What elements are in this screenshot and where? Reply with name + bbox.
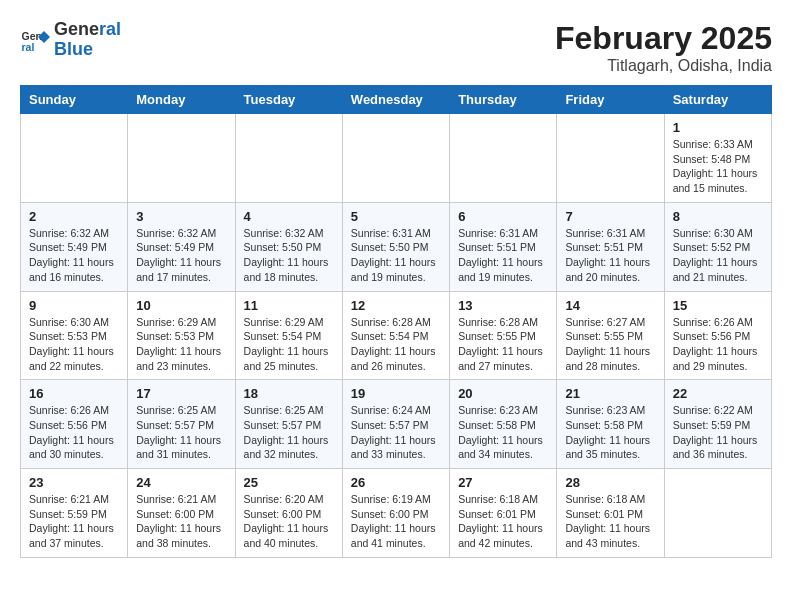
day-info: Sunrise: 6:32 AM Sunset: 5:50 PM Dayligh… — [244, 226, 334, 285]
calendar-table: SundayMondayTuesdayWednesdayThursdayFrid… — [20, 85, 772, 558]
day-info: Sunrise: 6:31 AM Sunset: 5:50 PM Dayligh… — [351, 226, 441, 285]
calendar-cell: 1Sunrise: 6:33 AM Sunset: 5:48 PM Daylig… — [664, 114, 771, 203]
calendar-cell: 12Sunrise: 6:28 AM Sunset: 5:54 PM Dayli… — [342, 291, 449, 380]
day-info: Sunrise: 6:27 AM Sunset: 5:55 PM Dayligh… — [565, 315, 655, 374]
calendar-cell: 14Sunrise: 6:27 AM Sunset: 5:55 PM Dayli… — [557, 291, 664, 380]
day-number: 10 — [136, 298, 226, 313]
day-number: 1 — [673, 120, 763, 135]
day-info: Sunrise: 6:32 AM Sunset: 5:49 PM Dayligh… — [29, 226, 119, 285]
day-number: 13 — [458, 298, 548, 313]
day-number: 20 — [458, 386, 548, 401]
logo: Gene ral General Blue — [20, 20, 121, 60]
day-number: 4 — [244, 209, 334, 224]
day-number: 23 — [29, 475, 119, 490]
day-number: 27 — [458, 475, 548, 490]
calendar-cell: 26Sunrise: 6:19 AM Sunset: 6:00 PM Dayli… — [342, 469, 449, 558]
calendar-week-row: 9Sunrise: 6:30 AM Sunset: 5:53 PM Daylig… — [21, 291, 772, 380]
day-info: Sunrise: 6:19 AM Sunset: 6:00 PM Dayligh… — [351, 492, 441, 551]
calendar-header-sunday: Sunday — [21, 86, 128, 114]
day-number: 16 — [29, 386, 119, 401]
calendar-header-tuesday: Tuesday — [235, 86, 342, 114]
day-number: 26 — [351, 475, 441, 490]
calendar-week-row: 16Sunrise: 6:26 AM Sunset: 5:56 PM Dayli… — [21, 380, 772, 469]
calendar-week-row: 2Sunrise: 6:32 AM Sunset: 5:49 PM Daylig… — [21, 202, 772, 291]
page-header: Gene ral General Blue February 2025 Titl… — [20, 20, 772, 75]
calendar-cell: 9Sunrise: 6:30 AM Sunset: 5:53 PM Daylig… — [21, 291, 128, 380]
logo-text: General Blue — [54, 20, 121, 60]
day-number: 12 — [351, 298, 441, 313]
day-number: 21 — [565, 386, 655, 401]
day-info: Sunrise: 6:18 AM Sunset: 6:01 PM Dayligh… — [458, 492, 548, 551]
day-info: Sunrise: 6:18 AM Sunset: 6:01 PM Dayligh… — [565, 492, 655, 551]
logo-blue-text: ral — [99, 19, 121, 39]
day-number: 25 — [244, 475, 334, 490]
location-subtitle: Titlagarh, Odisha, India — [555, 57, 772, 75]
day-info: Sunrise: 6:20 AM Sunset: 6:00 PM Dayligh… — [244, 492, 334, 551]
day-number: 6 — [458, 209, 548, 224]
day-info: Sunrise: 6:23 AM Sunset: 5:58 PM Dayligh… — [458, 403, 548, 462]
logo-icon: Gene ral — [20, 25, 50, 55]
calendar-cell: 19Sunrise: 6:24 AM Sunset: 5:57 PM Dayli… — [342, 380, 449, 469]
calendar-header-monday: Monday — [128, 86, 235, 114]
day-info: Sunrise: 6:26 AM Sunset: 5:56 PM Dayligh… — [673, 315, 763, 374]
day-info: Sunrise: 6:23 AM Sunset: 5:58 PM Dayligh… — [565, 403, 655, 462]
calendar-cell: 10Sunrise: 6:29 AM Sunset: 5:53 PM Dayli… — [128, 291, 235, 380]
calendar-week-row: 23Sunrise: 6:21 AM Sunset: 5:59 PM Dayli… — [21, 469, 772, 558]
calendar-cell: 8Sunrise: 6:30 AM Sunset: 5:52 PM Daylig… — [664, 202, 771, 291]
day-number: 18 — [244, 386, 334, 401]
day-number: 2 — [29, 209, 119, 224]
calendar-cell — [450, 114, 557, 203]
calendar-cell — [664, 469, 771, 558]
day-number: 14 — [565, 298, 655, 313]
calendar-cell: 15Sunrise: 6:26 AM Sunset: 5:56 PM Dayli… — [664, 291, 771, 380]
calendar-cell: 20Sunrise: 6:23 AM Sunset: 5:58 PM Dayli… — [450, 380, 557, 469]
calendar-cell: 2Sunrise: 6:32 AM Sunset: 5:49 PM Daylig… — [21, 202, 128, 291]
day-info: Sunrise: 6:22 AM Sunset: 5:59 PM Dayligh… — [673, 403, 763, 462]
day-info: Sunrise: 6:25 AM Sunset: 5:57 PM Dayligh… — [244, 403, 334, 462]
calendar-cell: 28Sunrise: 6:18 AM Sunset: 6:01 PM Dayli… — [557, 469, 664, 558]
day-info: Sunrise: 6:29 AM Sunset: 5:53 PM Dayligh… — [136, 315, 226, 374]
day-info: Sunrise: 6:30 AM Sunset: 5:53 PM Dayligh… — [29, 315, 119, 374]
day-info: Sunrise: 6:21 AM Sunset: 5:59 PM Dayligh… — [29, 492, 119, 551]
calendar-cell: 21Sunrise: 6:23 AM Sunset: 5:58 PM Dayli… — [557, 380, 664, 469]
calendar-cell — [235, 114, 342, 203]
day-info: Sunrise: 6:25 AM Sunset: 5:57 PM Dayligh… — [136, 403, 226, 462]
day-number: 22 — [673, 386, 763, 401]
calendar-cell: 23Sunrise: 6:21 AM Sunset: 5:59 PM Dayli… — [21, 469, 128, 558]
calendar-cell: 4Sunrise: 6:32 AM Sunset: 5:50 PM Daylig… — [235, 202, 342, 291]
calendar-cell: 16Sunrise: 6:26 AM Sunset: 5:56 PM Dayli… — [21, 380, 128, 469]
calendar-cell: 11Sunrise: 6:29 AM Sunset: 5:54 PM Dayli… — [235, 291, 342, 380]
day-number: 11 — [244, 298, 334, 313]
day-info: Sunrise: 6:28 AM Sunset: 5:55 PM Dayligh… — [458, 315, 548, 374]
calendar-cell: 7Sunrise: 6:31 AM Sunset: 5:51 PM Daylig… — [557, 202, 664, 291]
month-title: February 2025 — [555, 20, 772, 57]
day-number: 5 — [351, 209, 441, 224]
calendar-header-thursday: Thursday — [450, 86, 557, 114]
day-info: Sunrise: 6:32 AM Sunset: 5:49 PM Dayligh… — [136, 226, 226, 285]
title-block: February 2025 Titlagarh, Odisha, India — [555, 20, 772, 75]
calendar-cell — [21, 114, 128, 203]
calendar-cell: 5Sunrise: 6:31 AM Sunset: 5:50 PM Daylig… — [342, 202, 449, 291]
day-info: Sunrise: 6:31 AM Sunset: 5:51 PM Dayligh… — [565, 226, 655, 285]
calendar-cell: 17Sunrise: 6:25 AM Sunset: 5:57 PM Dayli… — [128, 380, 235, 469]
day-info: Sunrise: 6:26 AM Sunset: 5:56 PM Dayligh… — [29, 403, 119, 462]
calendar-week-row: 1Sunrise: 6:33 AM Sunset: 5:48 PM Daylig… — [21, 114, 772, 203]
calendar-header-friday: Friday — [557, 86, 664, 114]
day-number: 15 — [673, 298, 763, 313]
calendar-cell: 22Sunrise: 6:22 AM Sunset: 5:59 PM Dayli… — [664, 380, 771, 469]
calendar-cell: 25Sunrise: 6:20 AM Sunset: 6:00 PM Dayli… — [235, 469, 342, 558]
day-info: Sunrise: 6:31 AM Sunset: 5:51 PM Dayligh… — [458, 226, 548, 285]
calendar-header-saturday: Saturday — [664, 86, 771, 114]
day-number: 17 — [136, 386, 226, 401]
calendar-header-row: SundayMondayTuesdayWednesdayThursdayFrid… — [21, 86, 772, 114]
calendar-cell: 27Sunrise: 6:18 AM Sunset: 6:01 PM Dayli… — [450, 469, 557, 558]
day-info: Sunrise: 6:24 AM Sunset: 5:57 PM Dayligh… — [351, 403, 441, 462]
day-info: Sunrise: 6:21 AM Sunset: 6:00 PM Dayligh… — [136, 492, 226, 551]
calendar-cell: 3Sunrise: 6:32 AM Sunset: 5:49 PM Daylig… — [128, 202, 235, 291]
logo-blue-part: Blue — [54, 39, 93, 59]
day-number: 7 — [565, 209, 655, 224]
calendar-cell — [342, 114, 449, 203]
day-number: 8 — [673, 209, 763, 224]
day-number: 9 — [29, 298, 119, 313]
day-info: Sunrise: 6:33 AM Sunset: 5:48 PM Dayligh… — [673, 137, 763, 196]
